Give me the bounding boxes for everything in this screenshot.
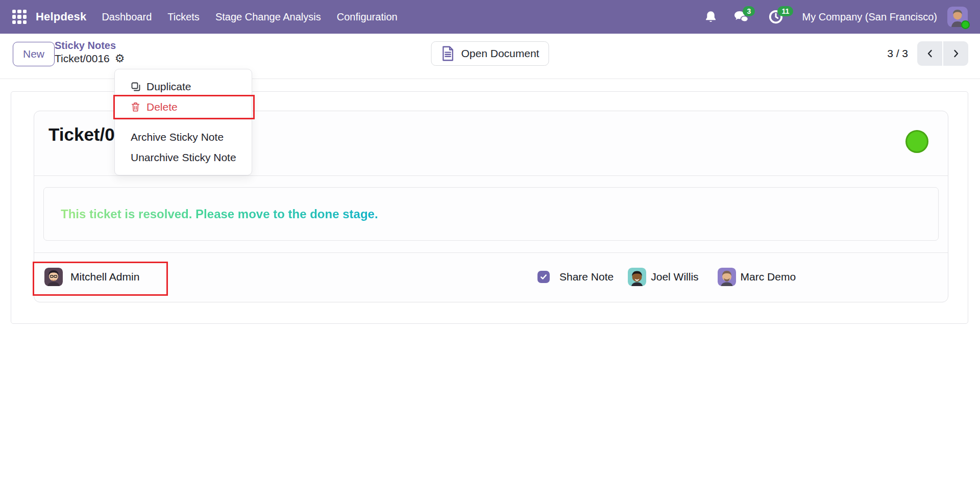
pager-next-button[interactable] xyxy=(943,41,968,66)
checkmark-icon xyxy=(540,273,548,281)
new-button[interactable]: New xyxy=(13,42,55,66)
shared-partner-joel-willis[interactable]: Joel Willis xyxy=(628,268,698,286)
chevron-left-icon xyxy=(924,47,936,60)
chevron-right-icon xyxy=(950,47,962,60)
gear-icon[interactable]: ⚙ xyxy=(115,53,125,64)
status-circle-indicator xyxy=(905,130,928,153)
nav-item-stage-change-analysis[interactable]: Stage Change Analysis xyxy=(215,11,321,23)
menu-item-duplicate[interactable]: Duplicate xyxy=(115,76,252,97)
cog-dropdown-menu: Duplicate Delete Archive Sticky Note Una… xyxy=(114,69,252,175)
breadcrumb-current-record: Ticket/0016 xyxy=(55,52,110,65)
share-note-checkbox[interactable] xyxy=(537,271,550,283)
menu-item-unarchive[interactable]: Unarchive Sticky Note xyxy=(115,147,252,168)
open-document-button[interactable]: Open Document xyxy=(431,41,549,66)
marc-demo-avatar xyxy=(718,268,736,286)
nav-item-tickets[interactable]: Tickets xyxy=(167,11,200,23)
menu-divider xyxy=(115,119,252,120)
share-section: Share Note Joel Willis xyxy=(537,268,796,286)
joel-willis-avatar xyxy=(628,268,646,286)
apps-grid-icon[interactable] xyxy=(12,10,27,24)
nav-item-dashboard[interactable]: Dashboard xyxy=(102,11,152,23)
messages-badge: 3 xyxy=(743,6,755,16)
owner-name: Mitchell Admin xyxy=(70,271,139,283)
shared-partner-name: Joel Willis xyxy=(651,271,698,283)
top-navbar: Helpdesk Dashboard Tickets Stage Change … xyxy=(0,0,980,34)
messages-button[interactable]: 3 xyxy=(732,8,750,25)
record-pager: 3 / 3 xyxy=(887,41,968,66)
navbar-systray: 3 11 My Company (San Francisco) xyxy=(702,7,968,27)
share-note-label: Share Note xyxy=(559,271,614,283)
mitchell-admin-avatar xyxy=(44,268,63,286)
shared-partner-name: Marc Demo xyxy=(741,271,796,283)
breadcrumb-sticky-notes-link[interactable]: Sticky Notes xyxy=(55,39,125,52)
note-content-field[interactable]: This ticket is resolved. Please move to … xyxy=(43,187,939,241)
app-name[interactable]: Helpdesk xyxy=(36,10,86,23)
pager-count: 3 / 3 xyxy=(887,47,908,60)
note-text: This ticket is resolved. Please move to … xyxy=(61,207,378,221)
pager-previous-button[interactable] xyxy=(917,41,942,66)
breadcrumb: Sticky Notes Ticket/0016 ⚙ xyxy=(55,39,125,65)
main-menu: Dashboard Tickets Stage Change Analysis … xyxy=(102,11,397,23)
user-online-status-dot xyxy=(961,20,970,29)
duplicate-icon xyxy=(131,82,141,92)
owner-field[interactable]: Mitchell Admin xyxy=(44,268,139,286)
nav-item-configuration[interactable]: Configuration xyxy=(337,11,398,23)
activities-badge: 11 xyxy=(777,6,793,16)
trash-icon xyxy=(131,102,141,112)
menu-item-archive[interactable]: Archive Sticky Note xyxy=(115,127,252,147)
activities-button[interactable]: 11 xyxy=(767,8,785,25)
bell-icon xyxy=(704,10,718,24)
menu-item-delete[interactable]: Delete xyxy=(115,97,252,117)
company-switcher[interactable]: My Company (San Francisco) xyxy=(802,11,937,23)
document-icon xyxy=(441,46,455,61)
user-menu-avatar[interactable] xyxy=(947,7,968,27)
card-footer: Mitchell Admin Share Note xyxy=(34,252,948,302)
notifications-button[interactable] xyxy=(702,8,719,25)
shared-partner-marc-demo[interactable]: Marc Demo xyxy=(718,268,796,286)
